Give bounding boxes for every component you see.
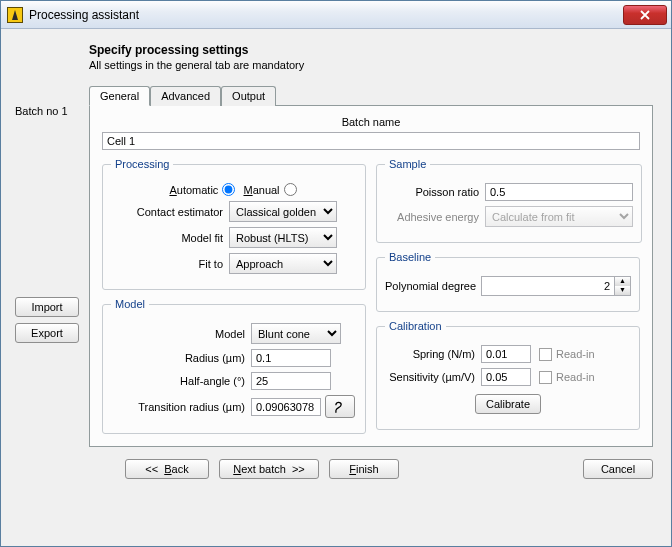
fit-to-label: Fit to: [111, 258, 229, 270]
spring-input[interactable]: [481, 345, 531, 363]
app-icon: [7, 7, 23, 23]
manual-label: Manual: [243, 184, 279, 196]
tab-general[interactable]: General: [89, 86, 150, 106]
content-area: Batch no 1 Import Export Specify process…: [1, 29, 671, 546]
poly-degree-down[interactable]: ▼: [615, 286, 630, 295]
page-subtitle: All settings in the general tab are mand…: [89, 59, 653, 71]
finish-button[interactable]: Finish: [329, 459, 399, 479]
calibrate-button[interactable]: Calibrate: [475, 394, 541, 414]
tab-body-general: Batch name Processing Automatic Manual: [89, 106, 653, 447]
sensitivity-input[interactable]: [481, 368, 531, 386]
page-title: Specify processing settings: [89, 43, 653, 57]
baseline-group: Baseline Polynomial degree ▲ ▼: [376, 251, 640, 312]
half-angle-input[interactable]: [251, 372, 331, 390]
import-button[interactable]: Import: [15, 297, 79, 317]
tab-output[interactable]: Output: [221, 86, 276, 106]
sample-legend: Sample: [385, 158, 430, 170]
automatic-radio[interactable]: [222, 183, 235, 196]
model-legend: Model: [111, 298, 149, 310]
fit-to-select[interactable]: Approach: [229, 253, 337, 274]
model-group: Model Model Blunt cone Radius (µm): [102, 298, 366, 434]
manual-radio[interactable]: [284, 183, 297, 196]
next-batch-button[interactable]: Next batch >>: [219, 459, 319, 479]
transition-radius-input[interactable]: [251, 398, 321, 416]
transition-radius-label: Transition radius (µm): [111, 401, 251, 413]
radius-label: Radius (µm): [111, 352, 251, 364]
model-fit-label: Model fit: [111, 232, 229, 244]
cancel-button[interactable]: Cancel: [583, 459, 653, 479]
tab-strip: General Advanced Output: [89, 85, 653, 106]
spring-readin-label: Read-in: [556, 348, 595, 360]
radius-input[interactable]: [251, 349, 331, 367]
loop-icon: [333, 400, 347, 414]
sample-group: Sample Poisson ratio Adhesive energy Cal…: [376, 158, 642, 243]
processing-legend: Processing: [111, 158, 173, 170]
sensitivity-readin-checkbox[interactable]: [539, 371, 552, 384]
poly-degree-label: Polynomial degree: [385, 280, 481, 292]
calibration-group: Calibration Spring (N/m) Read-in Sensi: [376, 320, 640, 430]
contact-estimator-label: Contact estimator: [111, 206, 229, 218]
close-button[interactable]: [623, 5, 667, 25]
tab-advanced[interactable]: Advanced: [150, 86, 221, 106]
poly-degree-up[interactable]: ▲: [615, 277, 630, 286]
automatic-label: Automatic: [169, 184, 218, 196]
titlebar: Processing assistant: [1, 1, 671, 29]
poisson-label: Poisson ratio: [385, 186, 485, 198]
transition-compute-button[interactable]: [325, 395, 355, 418]
close-icon: [640, 10, 650, 20]
model-label: Model: [111, 328, 251, 340]
spring-readin-checkbox[interactable]: [539, 348, 552, 361]
window-frame: Processing assistant Batch no 1 Import E…: [0, 0, 672, 547]
contact-estimator-select[interactable]: Classical golden: [229, 201, 337, 222]
calibration-legend: Calibration: [385, 320, 446, 332]
export-button[interactable]: Export: [15, 323, 79, 343]
half-angle-label: Half-angle (°): [111, 375, 251, 387]
adhesive-energy-select: Calculate from fit: [485, 206, 633, 227]
batch-name-label: Batch name: [102, 116, 640, 128]
baseline-legend: Baseline: [385, 251, 435, 263]
wizard-footer: << Back Next batch >> Finish Cancel: [15, 447, 653, 479]
window-title: Processing assistant: [29, 8, 623, 22]
batch-name-input[interactable]: [102, 132, 640, 150]
spring-label: Spring (N/m): [385, 348, 481, 360]
sensitivity-readin-label: Read-in: [556, 371, 595, 383]
poisson-input[interactable]: [485, 183, 633, 201]
model-select[interactable]: Blunt cone: [251, 323, 341, 344]
model-fit-select[interactable]: Robust (HLTS): [229, 227, 337, 248]
sensitivity-label: Sensitivity (µm/V): [385, 371, 481, 383]
back-button[interactable]: << Back: [125, 459, 209, 479]
adhesive-energy-label: Adhesive energy: [385, 211, 485, 223]
processing-group: Processing Automatic Manual Contact: [102, 158, 366, 290]
poly-degree-input[interactable]: [481, 276, 615, 296]
batch-label: Batch no 1: [15, 105, 89, 117]
